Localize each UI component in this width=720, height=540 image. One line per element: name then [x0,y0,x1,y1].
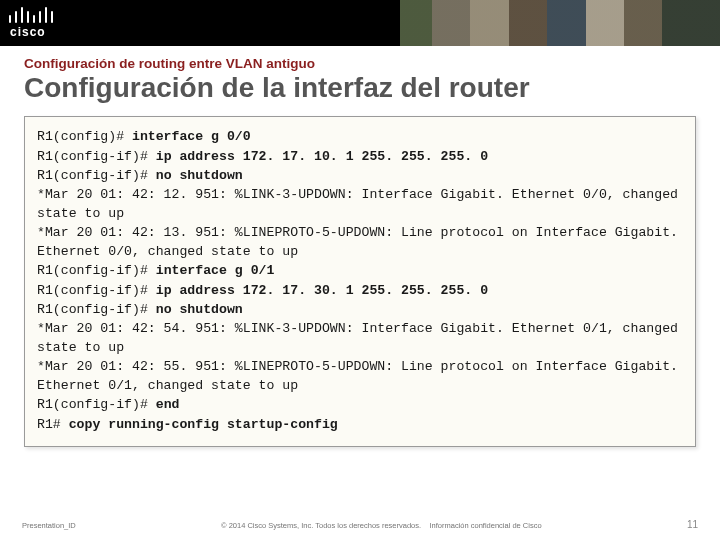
cli-line: R1(config-if)# no shutdown [37,166,683,185]
cli-command: no shutdown [156,168,243,183]
slide-title: Configuración de la interfaz del router [24,73,696,102]
slide-content: Configuración de routing entre VLAN anti… [0,46,720,447]
cli-line: R1(config-if)# no shutdown [37,300,683,319]
cli-output-box: R1(config)# interface g 0/0R1(config-if)… [24,116,696,446]
cli-line: R1# copy running-config startup-config [37,415,683,434]
cli-prompt: R1(config-if)# [37,168,156,183]
presentation-id: Presentation_ID [22,521,76,530]
banner-photo-strip [400,0,720,46]
cli-line: R1(config-if)# end [37,395,683,414]
cli-command: ip address 172. 17. 10. 1 255. 255. 255.… [156,149,488,164]
footer-copyright: © 2014 Cisco Systems, Inc. Todos los der… [76,521,687,530]
cli-prompt: R1(config-if)# [37,149,156,164]
cli-line: R1(config-if)# interface g 0/1 [37,261,683,280]
cli-line: R1(config-if)# ip address 172. 17. 10. 1… [37,147,683,166]
cli-line: *Mar 20 01: 42: 54. 951: %LINK-3-UPDOWN:… [37,319,683,357]
page-number: 11 [687,519,698,530]
cli-prompt: R1(config)# [37,129,132,144]
cli-line: *Mar 20 01: 42: 13. 951: %LINEPROTO-5-UP… [37,223,683,261]
cli-line: R1(config-if)# ip address 172. 17. 30. 1… [37,281,683,300]
cli-prompt: R1(config-if)# [37,263,156,278]
slide-subtitle: Configuración de routing entre VLAN anti… [24,56,696,71]
cli-command: copy running-config startup-config [69,417,338,432]
cli-command: interface g 0/0 [132,129,251,144]
cli-command: end [156,397,180,412]
top-bar: cisco [0,0,720,46]
cli-prompt: R1(config-if)# [37,302,156,317]
cli-command: no shutdown [156,302,243,317]
cli-prompt: R1# [37,417,69,432]
cli-line: *Mar 20 01: 42: 12. 951: %LINK-3-UPDOWN:… [37,185,683,223]
cli-prompt: R1(config-if)# [37,283,156,298]
cli-command: ip address 172. 17. 30. 1 255. 255. 255.… [156,283,488,298]
cli-line: *Mar 20 01: 42: 55. 951: %LINEPROTO-5-UP… [37,357,683,395]
cli-command: interface g 0/1 [156,263,275,278]
cli-line: R1(config)# interface g 0/0 [37,127,683,146]
cisco-logo: cisco [4,2,62,42]
cli-prompt: R1(config-if)# [37,397,156,412]
logo-text: cisco [10,25,46,39]
footer: Presentation_ID © 2014 Cisco Systems, In… [0,519,720,530]
